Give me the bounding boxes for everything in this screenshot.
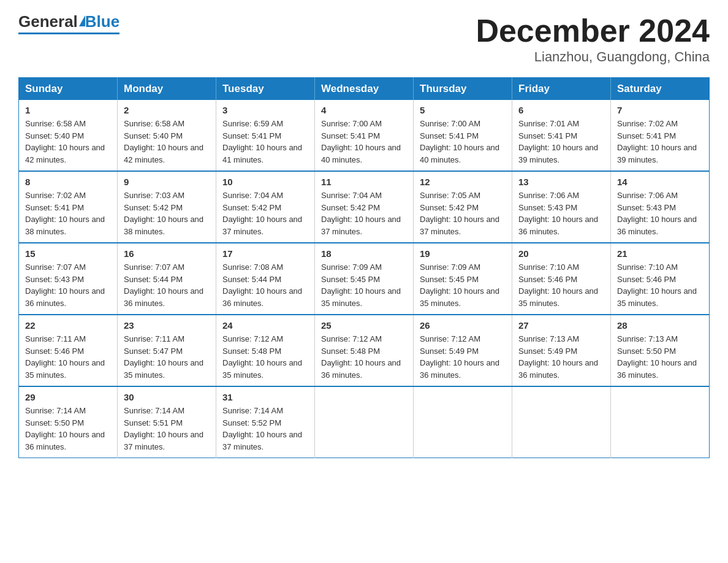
day-info: Sunrise: 7:09 AMSunset: 5:45 PMDaylight:… [420,262,499,308]
calendar-cell: 14 Sunrise: 7:06 AMSunset: 5:43 PMDaylig… [611,171,710,243]
calendar-cell: 27 Sunrise: 7:13 AMSunset: 5:49 PMDaylig… [512,315,611,386]
calendar-cell: 6 Sunrise: 7:01 AMSunset: 5:41 PMDayligh… [512,100,611,171]
day-info: Sunrise: 7:07 AMSunset: 5:43 PMDaylight:… [25,262,105,308]
calendar-cell [611,386,710,458]
calendar-cell: 29 Sunrise: 7:14 AMSunset: 5:50 PMDaylig… [19,386,118,458]
day-info: Sunrise: 7:00 AMSunset: 5:41 PMDaylight:… [420,119,499,164]
day-header-tuesday: Tuesday [216,78,315,101]
calendar-header-row: SundayMondayTuesdayWednesdayThursdayFrid… [19,78,710,101]
day-info: Sunrise: 7:12 AMSunset: 5:49 PMDaylight:… [420,334,499,380]
day-info: Sunrise: 7:08 AMSunset: 5:44 PMDaylight:… [222,262,302,308]
day-info: Sunrise: 7:09 AMSunset: 5:45 PMDaylight:… [321,262,401,308]
day-info: Sunrise: 7:12 AMSunset: 5:48 PMDaylight:… [222,334,302,380]
logo-triangle-icon [79,15,85,26]
day-number: 12 [420,177,506,187]
logo-underline [18,33,119,34]
day-number: 25 [321,320,407,331]
day-number: 28 [617,320,703,331]
day-number: 26 [420,320,506,331]
day-header-monday: Monday [118,78,216,101]
day-number: 6 [518,105,604,115]
day-info: Sunrise: 7:14 AMSunset: 5:50 PMDaylight:… [25,406,105,451]
day-header-wednesday: Wednesday [315,78,414,101]
day-info: Sunrise: 6:58 AMSunset: 5:40 PMDaylight:… [25,119,105,164]
day-info: Sunrise: 7:05 AMSunset: 5:42 PMDaylight:… [420,191,499,236]
day-info: Sunrise: 7:02 AMSunset: 5:41 PMDaylight:… [617,119,697,164]
day-info: Sunrise: 6:59 AMSunset: 5:41 PMDaylight:… [222,119,302,164]
calendar-cell: 22 Sunrise: 7:11 AMSunset: 5:46 PMDaylig… [19,315,118,386]
calendar-subtitle: Lianzhou, Guangdong, China [476,49,710,65]
day-info: Sunrise: 7:10 AMSunset: 5:46 PMDaylight:… [617,262,697,308]
calendar-cell: 28 Sunrise: 7:13 AMSunset: 5:50 PMDaylig… [611,315,710,386]
calendar-cell: 2 Sunrise: 6:58 AMSunset: 5:40 PMDayligh… [118,100,216,171]
calendar-cell: 16 Sunrise: 7:07 AMSunset: 5:44 PMDaylig… [118,243,216,315]
day-number: 1 [25,105,111,115]
calendar-cell: 1 Sunrise: 6:58 AMSunset: 5:40 PMDayligh… [19,100,118,171]
day-number: 31 [222,392,308,402]
day-info: Sunrise: 7:06 AMSunset: 5:43 PMDaylight:… [617,191,697,236]
day-number: 19 [420,248,506,259]
day-info: Sunrise: 7:11 AMSunset: 5:46 PMDaylight:… [25,334,105,380]
day-info: Sunrise: 7:07 AMSunset: 5:44 PMDaylight:… [124,262,203,308]
day-number: 27 [518,320,604,331]
day-header-friday: Friday [512,78,611,101]
day-number: 10 [222,177,308,187]
calendar-cell: 25 Sunrise: 7:12 AMSunset: 5:48 PMDaylig… [315,315,414,386]
day-header-thursday: Thursday [414,78,512,101]
calendar-cell: 7 Sunrise: 7:02 AMSunset: 5:41 PMDayligh… [611,100,710,171]
day-number: 13 [518,177,604,187]
day-info: Sunrise: 7:13 AMSunset: 5:50 PMDaylight:… [617,334,697,380]
day-info: Sunrise: 7:04 AMSunset: 5:42 PMDaylight:… [222,191,302,236]
day-number: 15 [25,248,111,259]
day-info: Sunrise: 7:00 AMSunset: 5:41 PMDaylight:… [321,119,401,164]
logo: General Blue [18,12,119,34]
day-info: Sunrise: 7:04 AMSunset: 5:42 PMDaylight:… [321,191,401,236]
calendar-cell [512,386,611,458]
day-info: Sunrise: 6:58 AMSunset: 5:40 PMDaylight:… [124,119,203,164]
calendar-cell: 31 Sunrise: 7:14 AMSunset: 5:52 PMDaylig… [216,386,315,458]
calendar-week-row: 8 Sunrise: 7:02 AMSunset: 5:41 PMDayligh… [19,171,710,243]
day-info: Sunrise: 7:03 AMSunset: 5:42 PMDaylight:… [124,191,203,236]
calendar-cell: 18 Sunrise: 7:09 AMSunset: 5:45 PMDaylig… [315,243,414,315]
day-number: 11 [321,177,407,187]
day-number: 22 [25,320,111,331]
day-number: 24 [222,320,308,331]
calendar-week-row: 1 Sunrise: 6:58 AMSunset: 5:40 PMDayligh… [19,100,710,171]
calendar-cell: 17 Sunrise: 7:08 AMSunset: 5:44 PMDaylig… [216,243,315,315]
day-header-sunday: Sunday [19,78,118,101]
calendar-table: SundayMondayTuesdayWednesdayThursdayFrid… [18,77,710,458]
day-info: Sunrise: 7:02 AMSunset: 5:41 PMDaylight:… [25,191,105,236]
day-number: 8 [25,177,111,187]
logo-general-text: General [18,12,78,31]
logo-blue-part: Blue [78,12,119,31]
day-info: Sunrise: 7:14 AMSunset: 5:52 PMDaylight:… [222,406,302,451]
day-number: 9 [124,177,210,187]
calendar-title: December 2024 [476,12,710,49]
day-info: Sunrise: 7:12 AMSunset: 5:48 PMDaylight:… [321,334,401,380]
logo-blue-text: Blue [85,12,119,31]
calendar-cell: 8 Sunrise: 7:02 AMSunset: 5:41 PMDayligh… [19,171,118,243]
day-number: 7 [617,105,703,115]
calendar-cell: 9 Sunrise: 7:03 AMSunset: 5:42 PMDayligh… [118,171,216,243]
calendar-cell [315,386,414,458]
day-info: Sunrise: 7:11 AMSunset: 5:47 PMDaylight:… [124,334,203,380]
calendar-cell: 30 Sunrise: 7:14 AMSunset: 5:51 PMDaylig… [118,386,216,458]
day-number: 3 [222,105,308,115]
calendar-cell: 15 Sunrise: 7:07 AMSunset: 5:43 PMDaylig… [19,243,118,315]
day-info: Sunrise: 7:10 AMSunset: 5:46 PMDaylight:… [518,262,598,308]
calendar-cell: 3 Sunrise: 6:59 AMSunset: 5:41 PMDayligh… [216,100,315,171]
day-number: 16 [124,248,210,259]
day-info: Sunrise: 7:13 AMSunset: 5:49 PMDaylight:… [518,334,598,380]
calendar-cell: 20 Sunrise: 7:10 AMSunset: 5:46 PMDaylig… [512,243,611,315]
day-number: 30 [124,392,210,402]
day-number: 4 [321,105,407,115]
day-info: Sunrise: 7:06 AMSunset: 5:43 PMDaylight:… [518,191,598,236]
day-number: 29 [25,392,111,402]
calendar-cell: 10 Sunrise: 7:04 AMSunset: 5:42 PMDaylig… [216,171,315,243]
page-header: General Blue December 2024 Lianzhou, Gua… [18,12,710,65]
day-number: 2 [124,105,210,115]
day-number: 18 [321,248,407,259]
calendar-cell: 19 Sunrise: 7:09 AMSunset: 5:45 PMDaylig… [414,243,512,315]
calendar-cell: 21 Sunrise: 7:10 AMSunset: 5:46 PMDaylig… [611,243,710,315]
day-number: 20 [518,248,604,259]
